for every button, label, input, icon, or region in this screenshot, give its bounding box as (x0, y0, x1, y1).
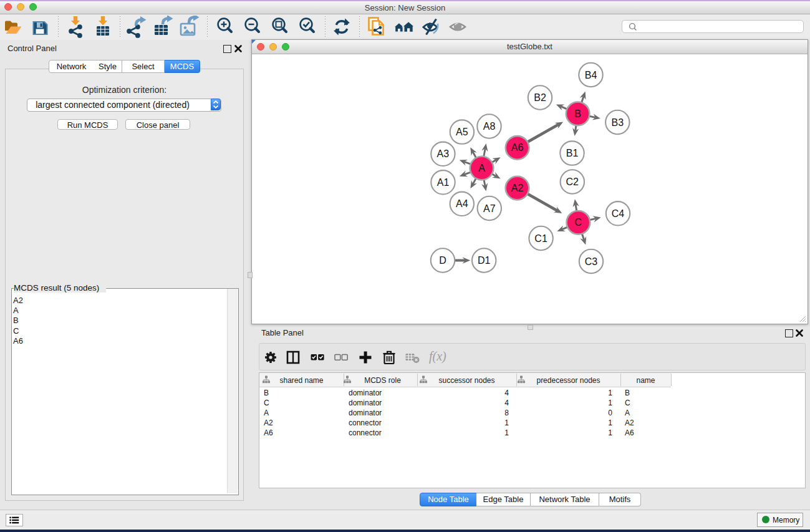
svg-text:A2: A2 (511, 183, 524, 193)
svg-text:C3: C3 (585, 256, 598, 267)
svg-text:A3: A3 (437, 148, 450, 159)
svg-text:A4: A4 (456, 198, 468, 209)
svg-text:A1: A1 (437, 177, 450, 188)
svg-text:A6: A6 (511, 142, 524, 153)
svg-text:A5: A5 (456, 127, 468, 137)
svg-text:A: A (478, 163, 485, 173)
svg-text:B3: B3 (612, 117, 624, 128)
svg-text:C: C (575, 217, 582, 228)
svg-text:B: B (574, 109, 581, 119)
svg-text:A8: A8 (483, 121, 496, 132)
svg-text:A7: A7 (483, 203, 496, 214)
svg-text:D: D (439, 255, 446, 266)
svg-text:C2: C2 (566, 177, 579, 187)
svg-text:C4: C4 (612, 208, 625, 219)
svg-text:B4: B4 (585, 70, 597, 80)
svg-text:B2: B2 (534, 92, 546, 103)
svg-text:C1: C1 (534, 233, 547, 244)
svg-text:B1: B1 (566, 148, 579, 158)
svg-text:D1: D1 (478, 255, 491, 266)
